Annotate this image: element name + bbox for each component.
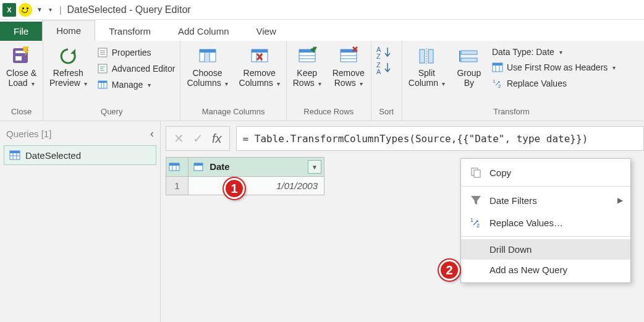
qa-customize-icon[interactable]: ▾ bbox=[47, 6, 54, 13]
ctx-drill-down[interactable]: Drill Down bbox=[461, 239, 630, 260]
context-menu: Copy Date Filters ▶ 12 Replace Values… D… bbox=[460, 158, 631, 283]
svg-rect-37 bbox=[420, 49, 425, 63]
ctx-date-filters-label: Date Filters bbox=[489, 195, 537, 206]
manage-button[interactable]: Manage▾ bbox=[95, 78, 178, 91]
svg-text:2: 2 bbox=[498, 83, 501, 89]
advanced-editor-label: Advanced Editor bbox=[112, 64, 176, 74]
svg-rect-16 bbox=[200, 49, 216, 53]
cell-date-value[interactable]: 1/01/2003 bbox=[189, 177, 324, 195]
properties-label: Properties bbox=[112, 48, 151, 57]
refresh-preview-button[interactable]: Refresh Preview ▾ bbox=[46, 44, 91, 89]
column-header-date[interactable]: Date ▼ bbox=[189, 158, 324, 177]
remove-rows-icon bbox=[338, 46, 359, 67]
first-row-headers-button[interactable]: Use First Row as Headers▾ bbox=[489, 61, 618, 74]
formula-cancel-icon[interactable]: ✕ bbox=[174, 131, 184, 146]
ctx-replace-label: Replace Values… bbox=[489, 218, 563, 228]
svg-rect-54 bbox=[169, 163, 179, 166]
keep-rows-label: Keep Rows ▾ bbox=[293, 68, 321, 88]
svg-text:A: A bbox=[376, 68, 381, 75]
close-load-icon bbox=[11, 46, 32, 67]
replace-values-label: Replace Values bbox=[507, 78, 567, 88]
first-row-headers-label: Use First Row as Headers bbox=[507, 62, 608, 72]
formula-accept-icon[interactable]: ✓ bbox=[193, 131, 203, 146]
queries-header: Queries [1] ‹ bbox=[4, 125, 156, 145]
sort-asc-icon: AZ bbox=[376, 46, 392, 59]
table-row[interactable]: 1 1/01/2003 bbox=[166, 177, 324, 195]
formula-input[interactable]: = Table.TransformColumnTypes(Source,{{"D… bbox=[236, 126, 644, 151]
ctx-replace-values[interactable]: 12 Replace Values… bbox=[461, 211, 630, 234]
tab-home[interactable]: Home bbox=[42, 20, 95, 41]
choose-columns-label: Choose Columns ▾ bbox=[187, 68, 227, 88]
row-index: 1 bbox=[166, 177, 189, 195]
qa-dropdown-arrow-icon[interactable]: ▼ bbox=[35, 6, 44, 13]
fx-icon[interactable]: fx bbox=[212, 132, 222, 146]
smiley-icon[interactable] bbox=[19, 3, 32, 17]
choose-columns-icon bbox=[197, 46, 218, 67]
svg-rect-17 bbox=[205, 53, 210, 62]
tab-add-column[interactable]: Add Column bbox=[164, 22, 243, 41]
advanced-editor-button[interactable]: Advanced Editor bbox=[95, 62, 178, 75]
remove-rows-label: Remove Rows ▾ bbox=[333, 68, 365, 88]
group-sort: AZ ZA Sort bbox=[371, 41, 402, 121]
remove-columns-button[interactable]: Remove Columns ▾ bbox=[235, 44, 284, 89]
group-manage-columns: Choose Columns ▾ Remove Columns ▾ Manage… bbox=[180, 41, 286, 121]
collapse-queries-icon[interactable]: ‹ bbox=[150, 127, 154, 140]
svg-rect-40 bbox=[461, 51, 477, 54]
tab-transform[interactable]: Transform bbox=[95, 22, 164, 41]
copy-icon bbox=[470, 166, 482, 179]
data-type-label: Data Type: Date bbox=[492, 47, 554, 57]
properties-button[interactable]: Properties bbox=[95, 46, 178, 59]
svg-text:1: 1 bbox=[493, 78, 496, 84]
remove-rows-button[interactable]: Remove Rows ▾ bbox=[329, 44, 368, 89]
ribbon-tabs: File Home Transform Add Column View bbox=[0, 20, 644, 41]
tab-view[interactable]: View bbox=[243, 22, 290, 41]
main-area: ✕ ✓ fx = Table.TransformColumnTypes(Sour… bbox=[161, 121, 644, 322]
replace-values-button[interactable]: 12 Replace Values bbox=[489, 77, 618, 90]
group-reduce-rows: Keep Rows ▾ Remove Rows ▾ Reduce Rows bbox=[287, 41, 371, 121]
ctx-copy[interactable]: Copy bbox=[461, 161, 630, 184]
ctx-separator bbox=[461, 186, 630, 187]
query-item-label: DateSelected bbox=[25, 150, 81, 161]
tab-file[interactable]: File bbox=[0, 22, 42, 41]
keep-rows-button[interactable]: Keep Rows ▾ bbox=[289, 44, 325, 89]
window-title: DateSelected - Query Editor bbox=[67, 4, 191, 15]
group-query-label: Query bbox=[46, 105, 177, 119]
advanced-editor-icon bbox=[97, 63, 108, 74]
group-transform-label: Transform bbox=[405, 105, 619, 119]
split-column-button[interactable]: Split Column ▾ bbox=[405, 44, 449, 89]
table-corner[interactable] bbox=[166, 158, 189, 177]
svg-rect-43 bbox=[493, 63, 502, 66]
replace-values-icon: 12 bbox=[492, 78, 503, 89]
ctx-separator bbox=[461, 236, 630, 237]
properties-icon bbox=[97, 47, 108, 58]
callout-badge-2: 2 bbox=[439, 260, 460, 281]
ribbon: Close & Load ▾ Close Refresh Preview ▾ P… bbox=[0, 41, 644, 121]
queries-header-label: Queries [1] bbox=[6, 129, 51, 139]
svg-rect-38 bbox=[428, 49, 433, 63]
sort-desc-icon: ZA bbox=[376, 61, 392, 75]
group-by-button[interactable]: Group By bbox=[452, 44, 486, 89]
ctx-date-filters[interactable]: Date Filters ▶ bbox=[461, 189, 630, 211]
choose-columns-button[interactable]: Choose Columns ▾ bbox=[183, 44, 231, 89]
group-by-icon bbox=[459, 46, 480, 67]
svg-rect-2 bbox=[15, 56, 22, 61]
remove-columns-label: Remove Columns ▾ bbox=[239, 68, 280, 88]
data-type-button[interactable]: Data Type: Date▾ bbox=[489, 46, 618, 58]
data-table: Date ▼ 1 1/01/2003 bbox=[166, 157, 324, 195]
group-close: Close & Load ▾ Close bbox=[0, 41, 43, 121]
close-and-load-button[interactable]: Close & Load ▾ bbox=[2, 44, 40, 89]
sort-asc-button[interactable]: AZ bbox=[376, 46, 392, 59]
callout-badge-1: 1 bbox=[224, 178, 245, 199]
replace-icon: 12 bbox=[470, 216, 482, 229]
ctx-copy-label: Copy bbox=[489, 167, 511, 178]
split-column-label: Split Column ▾ bbox=[409, 68, 445, 88]
column-filter-button[interactable]: ▼ bbox=[308, 160, 321, 174]
excel-icon: X bbox=[2, 3, 16, 17]
ctx-add-new-query[interactable]: Add as New Query bbox=[461, 260, 630, 280]
query-item-dateselected[interactable]: DateSelected bbox=[4, 145, 156, 165]
sort-desc-button[interactable]: ZA bbox=[376, 61, 392, 75]
svg-rect-21 bbox=[252, 49, 268, 53]
manage-icon bbox=[97, 79, 108, 90]
workspace: Queries [1] ‹ DateSelected ✕ ✓ fx = Tabl… bbox=[0, 121, 644, 322]
group-manage-columns-label: Manage Columns bbox=[183, 105, 283, 119]
